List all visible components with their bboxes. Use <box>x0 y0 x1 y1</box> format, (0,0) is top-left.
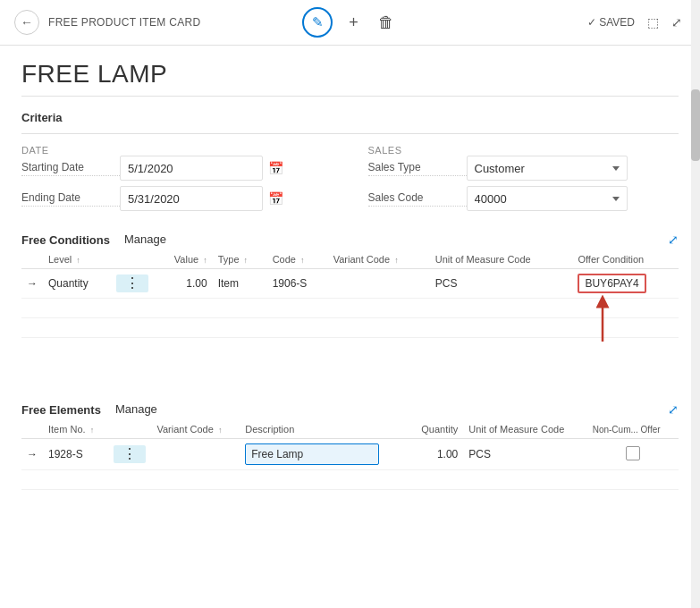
top-bar-center: ✎ + 🗑 <box>302 7 398 38</box>
annotation-area <box>21 342 679 386</box>
row-menu-container: ⋮ <box>116 274 148 292</box>
fe-empty-cell-1 <box>21 470 679 490</box>
row-arrow: → <box>21 269 43 299</box>
fe-cell-non-cum <box>587 439 679 470</box>
th-level: Level ↑ <box>43 250 111 269</box>
ending-date-row: Ending Date 📅 <box>21 186 333 211</box>
fe-cell-variant-code <box>151 439 240 470</box>
free-conditions-expand-icon[interactable]: ⤢ <box>668 232 679 247</box>
edit-button[interactable]: ✎ <box>302 7 333 38</box>
th-fe-description: Description <box>240 420 408 439</box>
description-input[interactable] <box>245 443 379 465</box>
page-wrapper: ← FREE PRODUCT ITEM CARD ✎ + 🗑 ✓ SAVED ⬚… <box>0 0 700 608</box>
ending-date-input-wrap: 📅 <box>120 186 333 211</box>
th-value: Value ↑ <box>154 250 213 269</box>
table-row: → Quantity ⋮ 1.00 Item 1906-S PCS <box>21 269 679 299</box>
expand-button[interactable]: ⤢ <box>668 12 686 33</box>
sales-code-select[interactable]: 40000 <box>467 186 628 211</box>
free-elements-expand-icon[interactable]: ⤢ <box>668 402 679 417</box>
sales-code-row: Sales Code 40000 <box>368 186 679 211</box>
ending-date-calendar-button[interactable]: 📅 <box>266 190 285 207</box>
empty-cell-2 <box>21 318 679 338</box>
fe-cell-description <box>240 439 408 470</box>
free-elements-table-head: Item No. ↑ Variant Code ↑ Description Qu… <box>21 420 679 439</box>
scrollbar-track[interactable] <box>691 0 700 608</box>
sales-code-label: Sales Code <box>368 191 467 207</box>
sales-code-input-wrap: 40000 <box>467 186 679 211</box>
fe-row-arrow: → <box>21 439 43 470</box>
cell-type: Item <box>213 269 267 299</box>
non-cum-checkbox[interactable] <box>626 446 640 460</box>
free-elements-header-row: Item No. ↑ Variant Code ↑ Description Qu… <box>21 420 679 439</box>
free-conditions-table: Level ↑ Value ↑ Type ↑ Code ↑ Variant Co… <box>21 250 679 338</box>
starting-date-input-wrap: 📅 <box>120 156 333 181</box>
offer-condition-value[interactable]: BUY6PAY4 <box>578 274 645 293</box>
th-arrow-space <box>21 250 43 269</box>
sales-type-label: Sales Type <box>368 161 467 176</box>
sales-column: SALES Sales Type Customer Sales Code 400… <box>368 145 679 216</box>
fe-cell-uom: PCS <box>463 439 586 470</box>
type-sort-icon: ↑ <box>244 256 249 265</box>
page-title: FREE LAMP <box>0 46 700 96</box>
starting-date-row: Starting Date 📅 <box>21 156 333 181</box>
fe-cell-item-no: 1928-S <box>43 439 108 470</box>
scrollbar-thumb[interactable] <box>691 89 700 161</box>
th-fe-arrow <box>21 420 43 439</box>
th-fe-item-no: Item No. ↑ <box>43 420 108 439</box>
fe-cell-quantity: 1.00 <box>409 439 464 470</box>
free-elements-left: Free Elements Manage <box>21 402 157 417</box>
free-conditions-title: Free Conditions <box>21 233 110 247</box>
breadcrumb: FREE PRODUCT ITEM CARD <box>48 16 200 29</box>
back-button[interactable]: ← <box>14 10 39 35</box>
th-code: Code ↑ <box>267 250 328 269</box>
cell-level: Quantity <box>43 269 111 299</box>
sales-type-select[interactable]: Customer <box>467 156 628 181</box>
sales-type-row: Sales Type Customer <box>368 156 679 181</box>
saved-badge: ✓ SAVED <box>587 16 635 29</box>
row-menu-button[interactable]: ⋮ <box>122 276 143 291</box>
th-type: Type ↑ <box>213 250 267 269</box>
th-menu-space <box>111 250 154 269</box>
th-fe-menu <box>108 420 151 439</box>
fe-empty-row-1 <box>21 470 679 490</box>
fe-row-menu-button[interactable]: ⋮ <box>119 447 140 461</box>
level-sort-icon: ↑ <box>76 256 80 265</box>
cell-uom: PCS <box>430 269 573 299</box>
th-fe-uom: Unit of Measure Code <box>463 420 586 439</box>
th-offer-condition: Offer Condition <box>572 250 679 269</box>
top-bar: ← FREE PRODUCT ITEM CARD ✎ + 🗑 ✓ SAVED ⬚… <box>0 0 700 46</box>
delete-button[interactable]: 🗑 <box>375 10 398 36</box>
th-variant-code: Variant Code ↑ <box>328 250 430 269</box>
free-elements-table: Item No. ↑ Variant Code ↑ Description Qu… <box>21 420 679 490</box>
cell-value: 1.00 <box>154 269 213 299</box>
free-conditions-manage-link[interactable]: Manage <box>124 232 166 247</box>
add-button[interactable]: + <box>345 10 362 36</box>
free-conditions-table-body: → Quantity ⋮ 1.00 Item 1906-S PCS <box>21 269 679 338</box>
free-conditions-header: Free Conditions Manage ⤢ <box>21 232 679 247</box>
new-window-button[interactable]: ⬚ <box>644 12 662 33</box>
delete-icon: 🗑 <box>378 13 394 31</box>
date-column: DATE Starting Date 📅 Ending Date 📅 <box>21 145 333 216</box>
th-uom-code: Unit of Measure Code <box>430 250 573 269</box>
sales-type-input-wrap: Customer <box>467 156 679 181</box>
fe-variant-sort-icon: ↑ <box>218 426 223 435</box>
starting-date-label: Starting Date <box>21 161 120 176</box>
ending-date-input[interactable] <box>120 186 263 211</box>
cell-code: 1906-S <box>267 269 328 299</box>
table-row: → 1928-S ⋮ 1.00 PCS <box>21 439 679 470</box>
free-elements-manage-link[interactable]: Manage <box>115 402 157 417</box>
free-conditions-table-head: Level ↑ Value ↑ Type ↑ Code ↑ Variant Co… <box>21 250 679 269</box>
th-fe-quantity: Quantity <box>409 420 464 439</box>
red-arrow-annotation <box>585 292 620 346</box>
date-group-label: DATE <box>21 145 333 156</box>
cell-menu: ⋮ <box>111 269 154 299</box>
expand-icons: ⬚ ⤢ <box>644 12 686 33</box>
level-value: Quantity <box>48 277 89 290</box>
add-icon: + <box>349 13 358 31</box>
starting-date-input[interactable] <box>120 156 263 181</box>
empty-row-2 <box>21 318 679 338</box>
starting-date-calendar-button[interactable]: 📅 <box>266 159 285 177</box>
ending-date-label: Ending Date <box>21 191 120 207</box>
edit-icon: ✎ <box>312 14 324 30</box>
th-fe-non-cum: Non-Cum... Offer <box>587 420 679 439</box>
